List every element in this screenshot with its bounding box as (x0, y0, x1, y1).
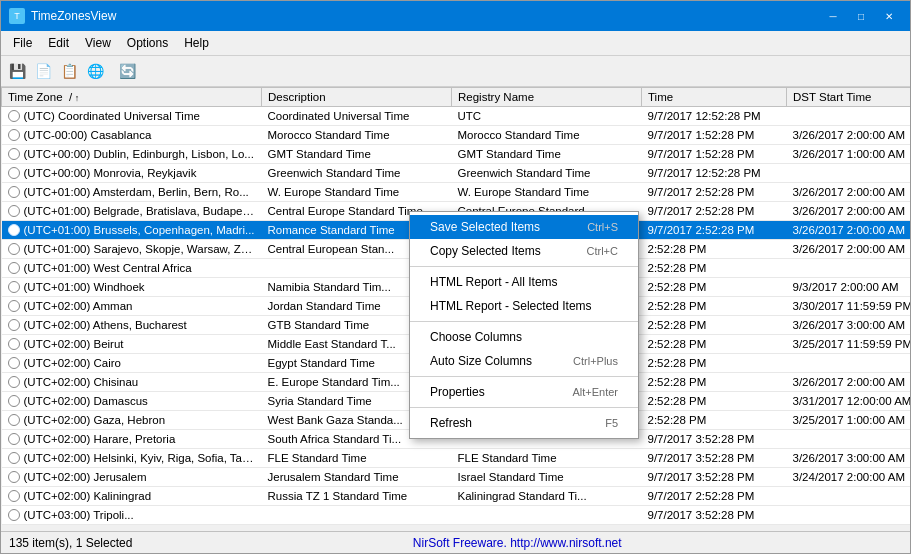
col-header-time[interactable]: Time (642, 88, 787, 107)
cell-dst (787, 430, 911, 449)
toolbar-open[interactable]: 📄 (31, 59, 55, 83)
cell-dst: 3/30/2017 11:59:59 PM (787, 297, 911, 316)
context-menu-item-shortcut: Ctrl+Plus (573, 355, 618, 367)
cell-time: 2:52:28 PM (642, 335, 787, 354)
cell-time: 9/7/2017 1:52:28 PM (642, 145, 787, 164)
tz-clock-icon (8, 376, 20, 388)
table-row[interactable]: (UTC+02:00) Helsinki, Kyiv, Riga, Sofia,… (2, 449, 911, 468)
cell-dst: 3/26/2017 2:00:00 AM (787, 373, 911, 392)
context-menu-item[interactable]: Copy Selected ItemsCtrl+C (410, 239, 638, 263)
tz-clock-icon (8, 148, 20, 160)
toolbar-refresh[interactable]: 🔄 (115, 59, 139, 83)
cell-reg: Israel Standard Time (452, 468, 642, 487)
cell-desc: Coordinated Universal Time (262, 107, 452, 126)
context-menu-item[interactable]: Save Selected ItemsCtrl+S (410, 215, 638, 239)
cell-time: 2:52:28 PM (642, 392, 787, 411)
context-menu-item[interactable]: Choose Columns (410, 325, 638, 349)
table-header-row: Time Zone / Description Registry Name Ti… (2, 88, 911, 107)
col-header-reg[interactable]: Registry Name (452, 88, 642, 107)
tz-clock-icon (8, 357, 20, 369)
main-window: T TimeZonesView ─ □ ✕ File Edit View Opt… (0, 0, 911, 554)
context-menu-item[interactable]: PropertiesAlt+Enter (410, 380, 638, 404)
title-bar-left: T TimeZonesView (9, 8, 116, 24)
cell-reg (452, 506, 642, 525)
cell-time: 9/7/2017 12:52:28 PM (642, 164, 787, 183)
cell-tz: (UTC+02:00) Harare, Pretoria (2, 430, 262, 449)
menu-edit[interactable]: Edit (40, 33, 77, 53)
cell-tz: (UTC) Coordinated Universal Time (2, 107, 262, 126)
context-menu-item[interactable]: RefreshF5 (410, 411, 638, 435)
cell-tz: (UTC+01:00) Amsterdam, Berlin, Bern, Ro.… (2, 183, 262, 202)
menu-view[interactable]: View (77, 33, 119, 53)
cell-time: 9/7/2017 3:52:28 PM (642, 506, 787, 525)
tz-clock-icon (8, 509, 20, 521)
status-center: NirSoft Freeware. http://www.nirsoft.net (413, 536, 622, 550)
cell-reg: Greenwich Standard Time (452, 164, 642, 183)
cell-dst: 3/26/2017 3:00:00 AM (787, 449, 911, 468)
cell-dst: 3/24/2017 2:00:00 AM (787, 468, 911, 487)
table-row[interactable]: (UTC+00:00) Dublin, Edinburgh, Lisbon, L… (2, 145, 911, 164)
context-menu-item-label: HTML Report - All Items (430, 275, 558, 289)
toolbar-save[interactable]: 💾 (5, 59, 29, 83)
cell-time: 9/7/2017 12:52:28 PM (642, 107, 787, 126)
cell-time: 2:52:28 PM (642, 411, 787, 430)
table-row[interactable]: (UTC+00:00) Monrovia, ReykjavikGreenwich… (2, 164, 911, 183)
cell-tz: (UTC+02:00) Cairo (2, 354, 262, 373)
context-menu-item-label: Properties (430, 385, 485, 399)
table-row[interactable]: (UTC) Coordinated Universal TimeCoordina… (2, 107, 911, 126)
col-header-desc[interactable]: Description (262, 88, 452, 107)
tz-clock-icon (8, 471, 20, 483)
cell-dst: 3/26/2017 1:00:00 AM (787, 145, 911, 164)
context-menu-item[interactable]: Auto Size ColumnsCtrl+Plus (410, 349, 638, 373)
cell-dst (787, 259, 911, 278)
cell-time: 2:52:28 PM (642, 240, 787, 259)
menu-options[interactable]: Options (119, 33, 176, 53)
cell-desc (262, 506, 452, 525)
table-row[interactable]: (UTC+01:00) Amsterdam, Berlin, Bern, Ro.… (2, 183, 911, 202)
cell-dst: 3/26/2017 2:00:00 AM (787, 221, 911, 240)
table-row[interactable]: (UTC-00:00) CasablancaMorocco Standard T… (2, 126, 911, 145)
minimize-button[interactable]: ─ (820, 7, 846, 25)
table-row[interactable]: (UTC+03:00) Tripoli...9/7/2017 3:52:28 P… (2, 506, 911, 525)
cell-reg: Morocco Standard Time (452, 126, 642, 145)
cell-tz: (UTC+01:00) Sarajevo, Skopje, Warsaw, Za… (2, 240, 262, 259)
context-menu-separator (410, 321, 638, 322)
cell-tz: (UTC+03:00) Tripoli... (2, 506, 262, 525)
cell-time: 9/7/2017 2:52:28 PM (642, 183, 787, 202)
cell-tz: (UTC+01:00) Belgrade, Bratislava, Budape… (2, 202, 262, 221)
cell-desc: Jerusalem Standard Time (262, 468, 452, 487)
context-menu-item[interactable]: HTML Report - Selected Items (410, 294, 638, 318)
cell-tz: (UTC+01:00) West Central Africa (2, 259, 262, 278)
context-menu-item-shortcut: Ctrl+C (587, 245, 618, 257)
title-bar-controls: ─ □ ✕ (820, 7, 902, 25)
context-menu-item-label: Auto Size Columns (430, 354, 532, 368)
table-row[interactable]: (UTC+02:00) KaliningradRussia TZ 1 Stand… (2, 487, 911, 506)
cell-reg: GMT Standard Time (452, 145, 642, 164)
context-menu-item[interactable]: HTML Report - All Items (410, 270, 638, 294)
toolbar-html[interactable]: 🌐 (83, 59, 107, 83)
cell-reg: FLE Standard Time (452, 449, 642, 468)
col-header-dst[interactable]: DST Start Time (787, 88, 911, 107)
context-menu-item-shortcut: Alt+Enter (572, 386, 618, 398)
toolbar: 💾 📄 📋 🌐 🔄 (1, 56, 910, 87)
close-button[interactable]: ✕ (876, 7, 902, 25)
cell-reg: Kaliningrad Standard Ti... (452, 487, 642, 506)
menu-file[interactable]: File (5, 33, 40, 53)
cell-time: 2:52:28 PM (642, 259, 787, 278)
col-header-tz[interactable]: Time Zone / (2, 88, 262, 107)
status-count: 135 item(s), 1 Selected (9, 536, 132, 550)
cell-dst: 3/26/2017 3:00:00 AM (787, 316, 911, 335)
table-row[interactable]: (UTC+02:00) JerusalemJerusalem Standard … (2, 468, 911, 487)
cell-tz: (UTC+02:00) Gaza, Hebron (2, 411, 262, 430)
tz-clock-icon (8, 300, 20, 312)
toolbar-copy[interactable]: 📋 (57, 59, 81, 83)
cell-tz: (UTC+02:00) Kaliningrad (2, 487, 262, 506)
cell-tz: (UTC+02:00) Damascus (2, 392, 262, 411)
tz-clock-icon (8, 167, 20, 179)
cell-desc: Morocco Standard Time (262, 126, 452, 145)
title-bar: T TimeZonesView ─ □ ✕ (1, 1, 910, 31)
menu-help[interactable]: Help (176, 33, 217, 53)
cell-time: 2:52:28 PM (642, 278, 787, 297)
tz-clock-icon (8, 414, 20, 426)
maximize-button[interactable]: □ (848, 7, 874, 25)
